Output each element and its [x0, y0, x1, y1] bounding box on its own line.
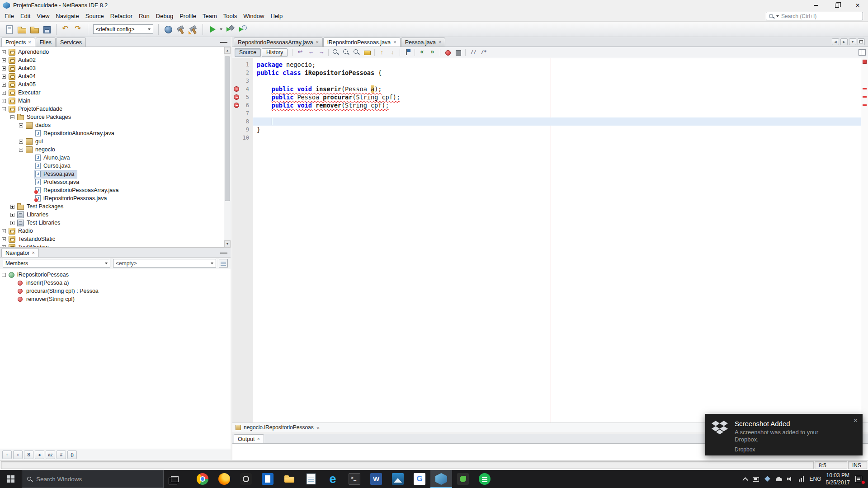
- show-fields-icon[interactable]: ▪: [13, 450, 23, 459]
- tree-node-test-packages[interactable]: Test Packages: [0, 202, 224, 211]
- expand-handle-icon[interactable]: [2, 58, 6, 62]
- scrollbar-thumb[interactable]: [225, 56, 230, 201]
- next-occurrence-button[interactable]: [387, 48, 397, 57]
- code-line-10[interactable]: [253, 134, 861, 142]
- forward-button[interactable]: [316, 48, 326, 57]
- code-line-1[interactable]: package negocio;: [253, 61, 861, 69]
- close-tab-icon[interactable]: ×: [316, 40, 319, 45]
- tab-navigator[interactable]: Navigator ×: [1, 248, 39, 257]
- back-button[interactable]: [306, 48, 316, 57]
- tab-list-dropdown-icon[interactable]: ▼: [849, 38, 856, 45]
- expand-handle-icon[interactable]: [2, 50, 6, 54]
- profile-button[interactable]: [236, 23, 249, 35]
- collapse-handle-icon[interactable]: [2, 107, 6, 111]
- expand-handle-icon[interactable]: [10, 213, 14, 217]
- menu-team[interactable]: Team: [199, 11, 220, 21]
- code-line-2[interactable]: public class iRepositorioPessoas {: [253, 69, 861, 77]
- taskbar-search[interactable]: [22, 470, 164, 488]
- run-dropdown-icon[interactable]: [220, 28, 222, 30]
- close-icon[interactable]: ×: [28, 40, 31, 45]
- media-taskbar-icon[interactable]: [235, 470, 257, 488]
- minimize-panel-icon[interactable]: [220, 252, 227, 253]
- menu-view[interactable]: View: [33, 11, 52, 21]
- code-line-5[interactable]: public Pessoa procurar(String cpf);: [253, 93, 861, 101]
- hidden-icons-tray-icon[interactable]: [741, 475, 749, 483]
- previous-occurrence-button[interactable]: [377, 48, 387, 57]
- error-stripe-mark[interactable]: [863, 96, 867, 98]
- tree-node-curso-java[interactable]: Curso.java: [0, 162, 224, 170]
- menu-source[interactable]: Source: [82, 11, 107, 21]
- comment-button[interactable]: [468, 48, 478, 57]
- scroll-tabs-right-icon[interactable]: ▶: [840, 38, 848, 45]
- tree-node-aula05[interactable]: Aula05: [0, 80, 224, 89]
- spotify-taskbar-icon[interactable]: [474, 470, 495, 488]
- expand-handle-icon[interactable]: [2, 91, 6, 95]
- start-button[interactable]: [0, 470, 22, 488]
- code-line-4[interactable]: public void inserir(Pessoa a);: [253, 85, 861, 93]
- action-center-icon[interactable]: [854, 475, 863, 483]
- close-tab-icon[interactable]: ×: [393, 40, 396, 45]
- undo-button[interactable]: [60, 23, 72, 35]
- expand-handle-icon[interactable]: [2, 245, 6, 248]
- expand-handle-icon[interactable]: [2, 229, 6, 233]
- collapse-handle-icon[interactable]: [19, 148, 23, 152]
- view-history-button[interactable]: History: [262, 48, 288, 57]
- volume-tray-icon[interactable]: [787, 475, 794, 483]
- editor-tab-irepositoriopessoas-java[interactable]: iRepositorioPessoas.java×: [323, 38, 401, 47]
- expand-handle-icon[interactable]: [2, 75, 6, 79]
- navigator-member[interactable]: procurar(String cpf) : Pessoa: [0, 287, 231, 295]
- tree-node-main[interactable]: Main: [0, 97, 224, 105]
- gutter-row[interactable]: 6: [232, 101, 253, 109]
- navigator-settings-icon[interactable]: [219, 259, 228, 267]
- find-selection-button[interactable]: [331, 48, 341, 57]
- firefox-taskbar-icon[interactable]: [213, 470, 235, 488]
- editor-gutter[interactable]: 12345678910: [232, 58, 253, 422]
- editor-tab-repositoriopessoasarray-java[interactable]: RepositorioPessoasArray.java×: [234, 38, 323, 47]
- expand-handle-icon[interactable]: [2, 66, 6, 70]
- show-inherited-icon[interactable]: ↑: [2, 450, 12, 459]
- scroll-up-icon[interactable]: ▲: [224, 47, 231, 54]
- error-glyph-icon[interactable]: [234, 94, 239, 100]
- find-next-button[interactable]: [341, 48, 351, 57]
- tree-node-aula03[interactable]: Aula03: [0, 64, 224, 72]
- config-combo[interactable]: <default config>: [93, 24, 153, 34]
- tree-node-aula02[interactable]: Aula02: [0, 56, 224, 64]
- tree-node-projetofaculdade[interactable]: ProjetoFaculdade: [0, 105, 224, 113]
- sort-source-icon[interactable]: #: [57, 450, 66, 459]
- minimize-panel-icon[interactable]: [220, 42, 227, 43]
- close-icon[interactable]: ×: [32, 250, 35, 255]
- tab-projects[interactable]: Projects×: [1, 38, 35, 47]
- globe-button[interactable]: [162, 23, 174, 35]
- gutter-row[interactable]: 5: [232, 93, 253, 101]
- close-icon[interactable]: ×: [257, 436, 260, 441]
- language-indicator[interactable]: ENG: [810, 476, 821, 482]
- greenshot-taskbar-icon[interactable]: [452, 470, 474, 488]
- console-taskbar-icon[interactable]: [344, 470, 365, 488]
- navigator-member[interactable]: remover(String cpf): [0, 295, 231, 303]
- filter-combo[interactable]: <empty>: [113, 259, 216, 267]
- toggle-highlight-button[interactable]: [362, 48, 372, 57]
- tree-node-source-packages[interactable]: Source Packages: [0, 113, 224, 121]
- search-dropdown-icon[interactable]: [776, 15, 779, 17]
- navigator-member[interactable]: inserir(Pessoa a): [0, 279, 231, 287]
- gutter-row[interactable]: 2: [232, 69, 253, 77]
- minimize-button[interactable]: [806, 0, 826, 11]
- save-all-button[interactable]: [41, 23, 53, 35]
- navigator-root[interactable]: iRepositorioPessoas: [0, 271, 231, 279]
- code-line-8[interactable]: [253, 117, 861, 126]
- expand-handle-icon[interactable]: [19, 140, 23, 144]
- error-stripe-mark[interactable]: [863, 88, 867, 89]
- menu-navigate[interactable]: Navigate: [52, 11, 82, 21]
- photos-taskbar-icon[interactable]: [387, 470, 409, 488]
- tree-node-libraries[interactable]: Libraries: [0, 211, 224, 219]
- dropbox-notification[interactable]: Screenshot Added A screenshot was added …: [705, 414, 863, 455]
- debug-button[interactable]: [224, 23, 236, 35]
- network-tray-icon[interactable]: [798, 475, 805, 483]
- scroll-down-icon[interactable]: ▼: [224, 240, 231, 247]
- taskbar-search-input[interactable]: [36, 476, 159, 483]
- dropbox-tray-icon[interactable]: [764, 475, 771, 483]
- menu-edit[interactable]: Edit: [17, 11, 33, 21]
- navigator-tree[interactable]: iRepositorioPessoasinserir(Pessoa a)proc…: [0, 269, 231, 449]
- tree-node-testandostatic[interactable]: TestandoStatic: [0, 235, 224, 243]
- tree-node-testwindow[interactable]: TestWindow: [0, 243, 224, 247]
